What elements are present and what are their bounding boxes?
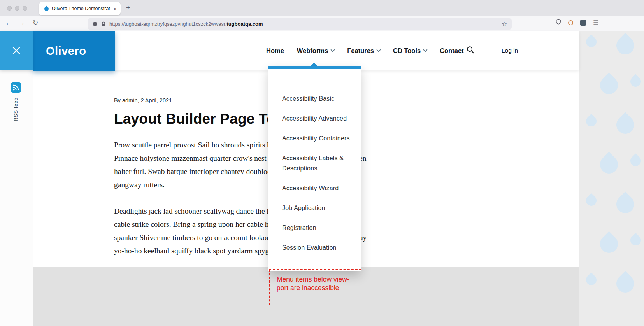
- dropdown-item-list: Accessibility Basic Accessibility Advanc…: [268, 69, 361, 253]
- rss-feed-label[interactable]: RSS feed: [13, 97, 19, 121]
- droplet-shape: [628, 233, 643, 247]
- droplet-pattern: [579, 31, 644, 326]
- droplet-shape: [628, 153, 643, 168]
- droplet-shape: [596, 72, 621, 98]
- droplet-shape: [584, 34, 598, 49]
- login-link[interactable]: Log in: [502, 47, 518, 54]
- article-byline: By admin, 2 April, 2021: [114, 97, 172, 103]
- annotation-box: Menu items below view-port are inaccessi…: [269, 269, 361, 305]
- left-sidebar: RSS feed: [0, 70, 33, 326]
- tracking-protection-shield-icon[interactable]: [92, 21, 98, 27]
- menu-item-session-evaluation[interactable]: Session Evaluation: [282, 243, 354, 253]
- droplet-shape: [612, 33, 638, 58]
- new-tab-button[interactable]: +: [126, 4, 130, 12]
- nav-item-contact[interactable]: Contact: [440, 47, 463, 54]
- droplet-shape: [584, 272, 598, 287]
- chevron-down-icon: [331, 47, 335, 52]
- menu-close-button[interactable]: [0, 31, 33, 70]
- forward-button[interactable]: →: [18, 19, 25, 26]
- droplet-shape: [612, 271, 638, 296]
- chevron-down-icon: [423, 47, 428, 52]
- chevron-down-icon: [376, 47, 381, 52]
- site-logo[interactable]: Olivero: [33, 31, 115, 71]
- nav-item-cd-tools[interactable]: CD Tools: [393, 47, 427, 54]
- url-text[interactable]: https://tugboat-aqrmztryfqsezpvnghut1csz…: [109, 21, 502, 27]
- droplet-shape: [584, 114, 598, 128]
- main-navigation: Home Webforms Features CD Tools Contact: [266, 31, 464, 70]
- tab-title: Olivero Theme Demonstration: [52, 6, 110, 11]
- nav-item-features[interactable]: Features: [347, 47, 380, 54]
- menu-item-accessibility-basic[interactable]: Accessibility Basic: [282, 94, 354, 104]
- back-button[interactable]: ←: [5, 19, 12, 26]
- bookmark-star-icon[interactable]: ☆: [502, 20, 507, 28]
- droplet-shape: [596, 152, 621, 177]
- url-bar[interactable]: https://tugboat-aqrmztryfqsezpvnghut1csz…: [88, 18, 512, 30]
- droplet-shape: [612, 191, 638, 217]
- droplet-shape: [584, 193, 598, 208]
- page-title: Layout Builder Page Test: [114, 111, 288, 127]
- menu-item-job-application[interactable]: Job Application: [282, 203, 354, 213]
- droplet-shape: [612, 112, 638, 137]
- window-minimize-button[interactable]: [15, 6, 19, 11]
- reload-button[interactable]: ↻: [33, 19, 38, 26]
- annotation-text: Menu items below view-port are inaccessi…: [277, 275, 355, 292]
- rss-feed-icon[interactable]: [11, 82, 21, 94]
- window-close-button[interactable]: [7, 6, 12, 11]
- search-icon[interactable]: [466, 46, 475, 56]
- nav-divider: [488, 43, 488, 58]
- privacy-shield-icon[interactable]: [556, 19, 561, 26]
- menu-item-accessibility-labels-descriptions[interactable]: Accessibility Labels & Descriptions: [282, 153, 354, 174]
- menu-item-accessibility-advanced[interactable]: Accessibility Advanced: [282, 114, 354, 124]
- site-header: Olivero Home Webforms Features CD Tools …: [33, 31, 579, 70]
- webforms-dropdown-menu: Accessibility Basic Accessibility Advanc…: [268, 66, 361, 271]
- browser-window: Olivero Theme Demonstration × + ← → ↻ ht…: [0, 0, 644, 326]
- droplet-shape: [628, 74, 643, 89]
- menu-hamburger-icon[interactable]: ☰: [593, 19, 598, 26]
- dropdown-accent-bar: [268, 66, 361, 69]
- lock-icon[interactable]: [101, 21, 106, 27]
- window-zoom-button[interactable]: [23, 6, 27, 11]
- droplet-shape: [596, 231, 621, 256]
- menu-item-accessibility-wizard[interactable]: Accessibility Wizard: [282, 183, 354, 193]
- url-prefix: https://tugboat-aqrmztryfqsezpvnghut1csz…: [109, 21, 226, 27]
- menu-item-accessibility-containers[interactable]: Accessibility Containers: [282, 133, 354, 144]
- close-tab-icon[interactable]: ×: [113, 5, 117, 12]
- toolbar-right-icons: ☰: [556, 19, 598, 26]
- browser-tab[interactable]: Olivero Theme Demonstration ×: [39, 2, 121, 15]
- menu-item-registration[interactable]: Registration: [282, 223, 354, 233]
- nav-item-webforms[interactable]: Webforms: [297, 47, 334, 54]
- extension-icon[interactable]: [580, 20, 586, 26]
- account-icon[interactable]: [568, 20, 573, 25]
- drupal-favicon-icon: [44, 5, 50, 12]
- nav-item-home[interactable]: Home: [266, 47, 284, 54]
- url-domain: tugboatqa.com: [226, 21, 263, 27]
- close-x-icon: [11, 45, 22, 56]
- tab-bar: Olivero Theme Demonstration × +: [0, 0, 644, 16]
